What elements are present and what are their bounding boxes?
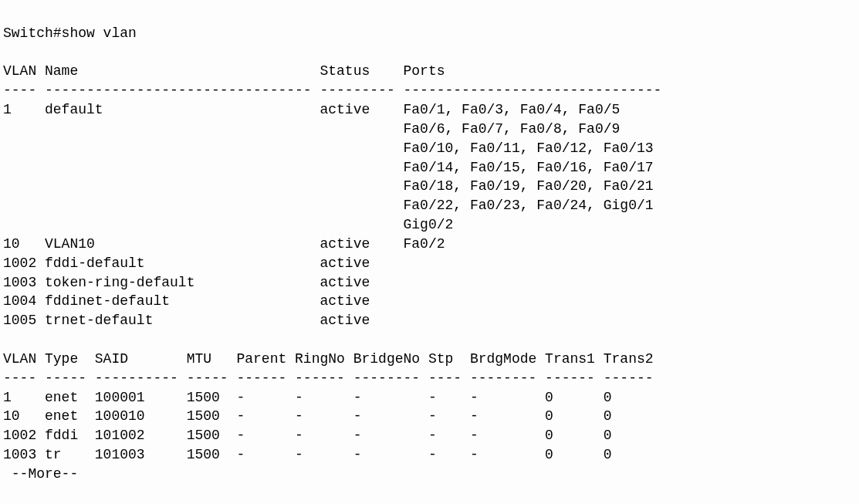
vlan-row: 1 default active Fa0/1, Fa0/3, Fa0/4, Fa… (3, 102, 620, 117)
vlan-row: Fa0/10, Fa0/11, Fa0/12, Fa0/13 (3, 140, 654, 156)
vlan-row: 1002 fddi-default active (3, 255, 403, 271)
vlan-detail-header: VLAN Type SAID MTU Parent RingNo BridgeN… (3, 351, 654, 367)
vlan-row: 1005 trnet-default active (3, 313, 403, 328)
vlan-row: 10 VLAN10 active Fa0/2 (3, 236, 445, 252)
vlan-table-header: VLAN Name Status Ports (3, 63, 445, 79)
vlan-table-divider: ---- -------------------------------- --… (3, 83, 661, 98)
vlan-row: Fa0/6, Fa0/7, Fa0/8, Fa0/9 (3, 121, 620, 137)
vlan-detail-divider: ---- ----- ---------- ----- ------ -----… (3, 370, 654, 386)
vlan-row: 1003 token-ring-default active (3, 275, 403, 290)
vlan-detail-row: 1 enet 100001 1500 - - - - - 0 0 (3, 390, 612, 405)
vlan-row: 1004 fddinet-default active (3, 293, 403, 309)
vlan-row: Fa0/18, Fa0/19, Fa0/20, Fa0/21 (3, 178, 654, 194)
vlan-detail-row: 1003 tr 101003 1500 - - - - - 0 0 (3, 447, 612, 462)
vlan-detail-row: 1002 fddi 101002 1500 - - - - - 0 0 (3, 428, 612, 443)
vlan-row: Gig0/2 (3, 217, 453, 232)
vlan-row: Fa0/14, Fa0/15, Fa0/16, Fa0/17 (3, 160, 654, 175)
more-prompt[interactable]: --More-- (3, 466, 78, 482)
vlan-row: Fa0/22, Fa0/23, Fa0/24, Gig0/1 (3, 198, 654, 213)
cli-prompt: Switch#show vlan (3, 25, 137, 41)
vlan-detail-row: 10 enet 100010 1500 - - - - - 0 0 (3, 408, 612, 424)
